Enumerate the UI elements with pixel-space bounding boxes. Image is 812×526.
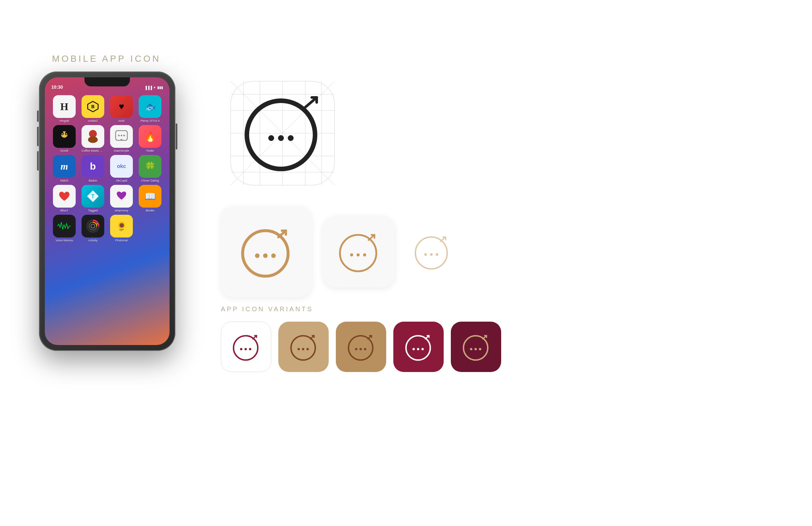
app-icon-okcupid: ♥ (110, 95, 133, 118)
list-item[interactable]: Coffee Meets Bagel (80, 125, 106, 152)
svg-point-42 (271, 253, 276, 258)
list-item[interactable]: 🍀 Clover Dating (137, 155, 163, 182)
svg-text:B: B (91, 104, 95, 109)
svg-point-40 (255, 253, 260, 258)
svg-text:T: T (91, 194, 95, 199)
icon-variant-medium (323, 216, 395, 287)
svg-point-74 (348, 336, 373, 360)
svg-point-77 (364, 348, 366, 350)
svg-point-67 (291, 336, 315, 360)
icon-variant-dark-tan (336, 322, 386, 372)
list-item[interactable]: 🐟 Plenty Of Fis h (137, 95, 163, 123)
svg-point-69 (302, 348, 304, 350)
list-item[interactable]: B umbleZ (80, 95, 106, 123)
phone-mockup: 10:30 ▐▐▐ ▾ ▮▮▮ H HingeB (39, 71, 175, 351)
svg-point-81 (406, 336, 430, 360)
svg-point-48 (357, 253, 360, 257)
svg-point-60 (233, 336, 258, 360)
list-item[interactable]: Voice Memos (51, 215, 77, 242)
app-icon-activity (82, 215, 104, 238)
icon-variant-small (406, 226, 458, 278)
app-label: Badoo (89, 179, 97, 182)
icon-variant-wine (451, 322, 501, 372)
page-title: MOBILE APP ICON (52, 54, 161, 64)
list-item[interactable]: 📖 iBooks (137, 185, 163, 212)
list-item[interactable]: 🔥 Tinder (137, 125, 163, 152)
svg-point-54 (424, 253, 427, 256)
app-icon-tinder: 🔥 (139, 125, 161, 148)
app-label: Tinder (146, 149, 154, 152)
status-time: 10:30 (51, 84, 63, 90)
phone-frame: 10:30 ▐▐▐ ▾ ▮▮▮ H HingeB (39, 71, 175, 351)
svg-point-33 (268, 135, 274, 141)
app-label: DateSimple (114, 149, 129, 152)
svg-point-46 (340, 235, 376, 271)
svg-point-75 (355, 348, 357, 350)
app-label: iBooks (145, 209, 154, 212)
app-icon-bumble: B (82, 95, 104, 118)
icon-variant-tan (278, 322, 329, 372)
list-item[interactable]: okc OkCupid (108, 155, 134, 182)
svg-line-50 (369, 235, 375, 240)
svg-point-35 (288, 135, 294, 141)
svg-point-12 (124, 135, 125, 137)
app-icon-pof: 🐟 (139, 95, 161, 118)
svg-point-90 (474, 348, 477, 350)
app-icon-match: m (53, 155, 76, 178)
app-icon-ibooks: 📖 (139, 185, 161, 208)
app-label: umbleZ (88, 119, 98, 123)
app-icon-cmb (82, 125, 104, 148)
list-item[interactable]: H HingeB (51, 95, 77, 123)
app-label: Coffee Meets Bagel (82, 149, 104, 152)
svg-point-84 (421, 348, 423, 350)
app-label: Activity (88, 239, 98, 242)
svg-point-56 (436, 253, 438, 256)
svg-point-49 (363, 253, 366, 257)
app-icon-hinge: H (53, 95, 76, 118)
svg-point-47 (350, 253, 353, 257)
app-label: Tagged (88, 209, 98, 212)
app-label: Plenty Of Fis h (140, 119, 159, 123)
app-grid: H HingeB B umbleZ ♥ (50, 94, 165, 244)
app-icon-bliss (53, 185, 76, 208)
list-item[interactable]: Grindr (51, 125, 77, 152)
svg-point-82 (412, 348, 415, 350)
app-label: eHarmony (115, 209, 128, 212)
app-label: OkCupid (116, 179, 127, 182)
svg-point-83 (417, 348, 419, 350)
svg-point-62 (244, 348, 247, 350)
app-label: Match (60, 179, 69, 182)
variants-label: APP ICON VARIANTS (221, 305, 313, 313)
app-label: Photomat (115, 239, 128, 242)
app-icon-grindr (53, 125, 76, 148)
list-item[interactable]: b Badoo (80, 155, 106, 182)
list-item[interactable]: DateSimple (108, 125, 134, 152)
list-item[interactable]: Activity (80, 215, 106, 242)
icon-variant-burgundy (393, 322, 444, 372)
list-item[interactable]: T Tagged (80, 185, 106, 212)
phone-screen: 10:30 ▐▐▐ ▾ ▮▮▮ H HingeB (45, 77, 170, 345)
app-icon-sunflower: 🌻 (110, 215, 133, 238)
svg-point-61 (240, 348, 242, 350)
svg-point-10 (118, 135, 120, 137)
svg-point-55 (430, 253, 433, 256)
list-item[interactable]: BlissT (51, 185, 77, 212)
svg-point-5 (62, 133, 63, 134)
app-label: Grindr (60, 149, 68, 152)
app-icon-clover: 🍀 (139, 155, 161, 178)
app-label: BlissT (60, 209, 69, 212)
svg-point-63 (249, 348, 251, 350)
list-item[interactable]: ♥ oosk (108, 95, 134, 123)
list-item[interactable]: 🌻 Photomat (108, 215, 134, 242)
svg-point-91 (479, 348, 481, 350)
list-item[interactable]: m Match (51, 155, 77, 182)
app-icon-badoo: b (82, 155, 104, 178)
list-item[interactable]: eHarmony (108, 185, 134, 212)
svg-point-34 (278, 135, 284, 141)
app-label: Clover Dating (141, 179, 159, 182)
svg-point-70 (306, 348, 308, 350)
svg-point-8 (88, 137, 98, 143)
app-icon-voice-memos (53, 215, 76, 238)
icon-variant-large (221, 206, 312, 297)
app-icon-datesimple (110, 125, 133, 148)
